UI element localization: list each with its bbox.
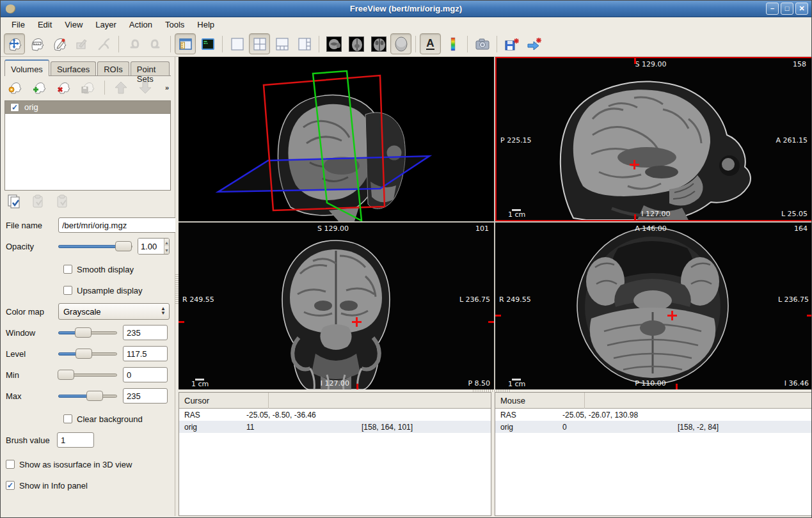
measure-tool-button[interactable] <box>26 33 47 54</box>
save-point-button[interactable] <box>501 33 522 54</box>
viewport-axial[interactable]: A 146.00 164 R 249.55 L 236.75 P 110.00 … <box>495 223 812 389</box>
voxel-edit-tool-button[interactable] <box>49 33 70 54</box>
min-slider[interactable] <box>58 370 117 380</box>
check-all-layers-icon[interactable] <box>6 193 22 210</box>
roi-edit-tool-button[interactable] <box>71 33 92 54</box>
max-input[interactable] <box>123 388 168 404</box>
menu-layer[interactable]: Layer <box>90 19 122 31</box>
new-volume-button[interactable] <box>6 79 25 97</box>
tab-pointsets[interactable]: Point Sets <box>131 61 170 75</box>
opacity-slider[interactable] <box>58 241 132 251</box>
goto-point-button[interactable] <box>523 33 545 54</box>
load-volume-icon <box>31 80 48 95</box>
opacity-spinbox[interactable]: ▲▼ <box>138 238 170 255</box>
layer-visibility-checkbox[interactable]: ✓ <box>10 103 19 112</box>
load-volume-button[interactable] <box>30 79 49 97</box>
redo-button[interactable] <box>145 33 166 54</box>
clear-background-row: Clear background <box>63 414 143 424</box>
close-volume-button[interactable] <box>54 79 74 97</box>
row-value: 11 <box>246 423 362 432</box>
opacity-down-icon[interactable]: ▼ <box>164 246 169 254</box>
menu-file[interactable]: File <box>6 19 31 31</box>
command-console-button[interactable] <box>197 33 218 54</box>
colormap-select[interactable]: Grayscale ▲▼ <box>58 303 170 320</box>
cursor-panel-title: Cursor <box>184 396 209 405</box>
app-window: FreeView (bert/mri/orig.mgz) – □ ✕ File … <box>0 0 812 518</box>
window-input[interactable] <box>123 325 168 340</box>
navigate-tool-button[interactable] <box>4 33 25 54</box>
sagittal-right-label: A 261.15 <box>776 136 808 145</box>
view-sagittal-button[interactable] <box>323 33 344 54</box>
arrow-up-icon <box>113 81 129 95</box>
cursor-orig-row: orig 11 [158, 164, 101] <box>179 421 491 433</box>
layout-1x1-button[interactable] <box>227 33 248 54</box>
paste-settings-icon[interactable] <box>54 193 71 210</box>
smooth-display-row: Smooth display <box>63 265 134 274</box>
mouse-info-panel: Mouse RAS -25.05, -26.07, 130.98 orig 0 … <box>495 392 812 516</box>
viewport-coronal[interactable]: S 129.00 101 R 249.55 L 236.75 I 127.00 … <box>179 223 494 389</box>
sagittal-crosshair <box>630 160 639 169</box>
annotation-button[interactable]: A <box>420 33 441 54</box>
tab-surfaces[interactable]: Surfaces <box>51 61 96 75</box>
axial-bottom-label: P 110.00 <box>635 379 666 388</box>
upsample-display-checkbox[interactable] <box>63 286 72 295</box>
view-axial-button[interactable] <box>368 33 389 54</box>
maximize-button[interactable]: □ <box>781 3 793 15</box>
viewport-sagittal[interactable]: S 129.00 158 P 225.15 A 261.15 I 127.00 … <box>495 57 812 221</box>
max-label: Max <box>6 391 58 401</box>
level-slider[interactable] <box>58 349 117 359</box>
terminal-icon <box>200 36 216 52</box>
view-coronal-button[interactable] <box>346 33 367 54</box>
layout-1and3-button[interactable] <box>271 33 292 54</box>
menu-view[interactable]: View <box>59 19 88 31</box>
copy-settings-icon[interactable] <box>30 193 47 210</box>
layer-name: orig <box>24 102 38 112</box>
isosurface-checkbox[interactable] <box>6 460 15 469</box>
level-input[interactable] <box>123 346 168 361</box>
window-slider[interactable] <box>58 327 117 338</box>
move-layer-down-button[interactable] <box>136 79 155 97</box>
smooth-display-checkbox[interactable] <box>63 265 72 274</box>
min-input[interactable] <box>123 367 168 382</box>
brush-value-input[interactable] <box>57 432 94 448</box>
layer-item-orig[interactable]: ✓ orig <box>5 101 170 114</box>
show-info-panel-checkbox[interactable]: ✓ <box>6 481 15 490</box>
menu-tools[interactable]: Tools <box>159 19 190 31</box>
view-3d-button[interactable] <box>390 33 411 54</box>
minimize-button[interactable]: – <box>766 3 779 15</box>
tab-volumes[interactable]: Volumes <box>4 59 49 76</box>
level-label: Level <box>6 349 58 359</box>
coronal-thumb-icon <box>349 36 364 52</box>
coronal-left-label: R 249.55 <box>182 295 214 304</box>
menu-edit[interactable]: Edit <box>32 19 58 31</box>
file-name-input[interactable] <box>58 217 179 233</box>
close-button[interactable]: ✕ <box>795 3 808 15</box>
menu-action[interactable]: Action <box>123 19 158 31</box>
toolbar-overflow-button[interactable]: » <box>165 84 170 91</box>
layout-2x2-button[interactable] <box>249 33 270 54</box>
clear-background-checkbox[interactable] <box>63 414 72 423</box>
tab-rois[interactable]: ROIs <box>97 61 129 75</box>
layout-1and3-h-button[interactable] <box>294 33 315 54</box>
viewport-3d[interactable] <box>179 57 494 221</box>
menu-bar: File Edit View Layer Action Tools Help <box>1 18 811 31</box>
color-scale-button[interactable] <box>442 33 463 54</box>
move-layer-up-button[interactable] <box>111 79 131 97</box>
pointset-edit-tool-button[interactable] <box>93 33 115 54</box>
undo-button[interactable] <box>123 33 144 54</box>
row-value: -25.05, -8.50, -36.46 <box>246 411 362 420</box>
opacity-up-icon[interactable]: ▲ <box>164 239 169 246</box>
save-volume-button[interactable] <box>79 79 98 97</box>
save-volume-icon <box>80 80 97 95</box>
axial-image <box>495 223 812 389</box>
screenshot-button[interactable] <box>472 33 493 54</box>
sagittal-slice-number: 158 <box>793 60 806 68</box>
mouse-orig-row: orig 0 [158, -2, 84] <box>495 421 812 433</box>
menu-help[interactable]: Help <box>191 19 220 31</box>
max-slider[interactable] <box>58 391 117 401</box>
clear-background-label: Clear background <box>77 414 143 424</box>
opacity-value-input[interactable] <box>138 239 164 254</box>
toggle-panel-button[interactable] <box>175 33 196 54</box>
volume-layer-list[interactable]: ✓ orig <box>4 100 171 191</box>
layers-panel: Volumes Surfaces ROIs Point Sets <box>1 57 175 516</box>
